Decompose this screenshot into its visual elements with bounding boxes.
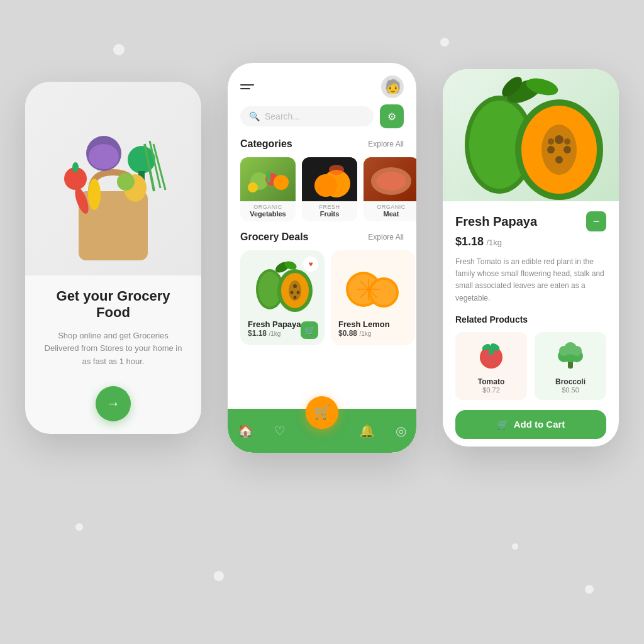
svg-point-16 — [274, 175, 289, 190]
product-info-section: Fresh Papaya − $1.18 /1kg Fresh Tomato i… — [443, 201, 619, 447]
product-description: Fresh Tomato is an edible red plant in t… — [455, 256, 606, 304]
category-organic-meat[interactable]: ORGANIC Meat — [364, 157, 416, 221]
veggie-svg — [44, 84, 182, 273]
category-veg-image — [240, 157, 296, 201]
product-name: Fresh Papaya — [455, 214, 537, 229]
svg-point-22 — [329, 165, 344, 175]
lemon-image — [338, 258, 408, 314]
category-meat-image — [364, 157, 416, 201]
deal-papaya[interactable]: ♥ — [240, 250, 325, 345]
lemon-svg — [338, 258, 408, 314]
nav-notifications[interactable]: 🔔 — [359, 423, 375, 438]
broccoli-image — [541, 338, 600, 375]
categories-row: ORGANIC Vegetables FRESH — [228, 157, 416, 221]
product-unit: /1kg — [487, 238, 502, 247]
product-detail-phone: Fresh Papaya − $1.18 /1kg Fresh Tomato i… — [443, 69, 619, 447]
related-products-title: Related Products — [455, 314, 606, 325]
main-app-phone: 🧓 🔍 Search... ⚙ Categories Explore All — [228, 63, 416, 453]
veg-svg — [240, 157, 296, 201]
add-to-cart-button[interactable]: 🛒 Add to Cart — [455, 410, 606, 439]
svg-point-12 — [88, 179, 101, 210]
onboarding-headline: Get your Grocery Food — [44, 288, 182, 321]
category-meat-name: Meat — [366, 210, 416, 218]
category-veg-label: ORGANIC Vegetables — [240, 201, 296, 221]
search-input-wrap[interactable]: 🔍 Search... — [240, 106, 374, 126]
svg-point-51 — [547, 146, 555, 153]
favorite-icon[interactable]: ♥ — [303, 257, 318, 272]
svg-point-13 — [117, 173, 135, 191]
svg-point-2 — [72, 162, 79, 172]
svg-point-69 — [559, 346, 569, 356]
deals-row: ♥ — [228, 250, 416, 345]
avatar[interactable]: 🧓 — [381, 75, 404, 98]
svg-point-53 — [555, 156, 563, 164]
category-meat-label: ORGANIC Meat — [364, 201, 416, 221]
category-organic-veg[interactable]: ORGANIC Vegetables — [240, 157, 296, 221]
svg-point-33 — [297, 291, 300, 294]
product-papaya-svg — [449, 69, 613, 201]
search-placeholder: Search... — [265, 111, 300, 121]
category-fresh-fruits[interactable]: FRESH Fruits — [302, 157, 357, 221]
svg-point-21 — [314, 174, 337, 197]
product-price-row: $1.18 /1kg — [455, 235, 606, 248]
nav-profile[interactable]: ◎ — [396, 423, 406, 438]
menu-button[interactable] — [240, 84, 254, 89]
nav-favorites[interactable]: ♡ — [274, 423, 286, 438]
category-fruit-label: FRESH Fruits — [302, 201, 357, 221]
lemon-price-value: $0.88 — [338, 329, 357, 338]
related-products-row: Tomato $0.72 — [455, 332, 606, 400]
onboarding-phone: Get your Grocery Food Shop online and ge… — [25, 82, 201, 434]
broccoli-name: Broccoli — [541, 377, 600, 386]
categories-explore-link[interactable]: Explore All — [368, 140, 404, 148]
papaya-unit: /1kg — [269, 330, 280, 337]
broccoli-price: $0.50 — [541, 386, 600, 394]
deals-title: Grocery Deals — [240, 231, 309, 243]
lemon-name: Fresh Lemon — [338, 319, 408, 329]
product-name-row: Fresh Papaya − — [455, 211, 606, 231]
deals-explore-link[interactable]: Explore All — [368, 233, 404, 242]
deal-lemon[interactable]: Fresh Lemon $0.88 /1kg — [331, 250, 415, 345]
onboarding-subtitle: Shop online and get Groceries Delivered … — [44, 330, 182, 369]
svg-point-52 — [564, 146, 571, 153]
category-fruit-name: Fruits — [304, 210, 355, 218]
quantity-decrease-button[interactable]: − — [586, 211, 606, 231]
product-price-value: $1.18 — [455, 235, 484, 248]
related-broccoli[interactable]: Broccoli $0.50 — [535, 332, 606, 400]
tomato-name: Tomato — [462, 377, 521, 386]
nav-home[interactable]: 🏠 — [238, 423, 253, 438]
svg-point-49 — [541, 125, 577, 175]
meat-svg — [364, 157, 416, 201]
cart-fab-button[interactable]: 🛒 — [306, 396, 338, 429]
search-bar: 🔍 Search... ⚙ — [228, 104, 416, 128]
filter-button[interactable]: ⚙ — [380, 104, 404, 128]
app-header: 🧓 — [228, 63, 416, 104]
app-content: 🧓 🔍 Search... ⚙ Categories Explore All — [228, 63, 416, 409]
svg-rect-18 — [267, 171, 270, 182]
categories-header: Categories Explore All — [228, 138, 416, 150]
search-icon: 🔍 — [249, 111, 260, 121]
tomato-image — [462, 338, 521, 375]
veggie-bag-illustration — [25, 82, 201, 275]
category-veg-type: ORGANIC — [243, 204, 293, 210]
lemon-price: $0.88 /1kg — [338, 329, 408, 338]
related-tomato[interactable]: Tomato $0.72 — [455, 332, 527, 400]
category-meat-type: ORGANIC — [366, 204, 416, 210]
phones-container: Get your Grocery Food Shop online and ge… — [0, 0, 644, 644]
category-fruit-image — [302, 157, 357, 201]
svg-point-17 — [248, 182, 258, 192]
svg-point-54 — [548, 138, 554, 145]
papaya-cart-button[interactable]: 🛒 — [301, 321, 318, 339]
deals-header: Grocery Deals Explore All — [228, 231, 416, 243]
svg-point-70 — [572, 346, 582, 356]
tomato-price: $0.72 — [462, 386, 521, 394]
categories-title: Categories — [240, 138, 292, 150]
papaya-price-value: $1.18 — [248, 329, 267, 338]
category-veg-name: Vegetables — [243, 210, 293, 218]
tomato-svg — [474, 338, 509, 370]
svg-point-34 — [294, 296, 297, 299]
next-button[interactable] — [96, 386, 131, 421]
svg-point-31 — [293, 284, 297, 288]
onboarding-text-section: Get your Grocery Food Shop online and ge… — [25, 275, 201, 434]
svg-point-55 — [564, 138, 570, 145]
fruit-svg — [302, 157, 357, 201]
